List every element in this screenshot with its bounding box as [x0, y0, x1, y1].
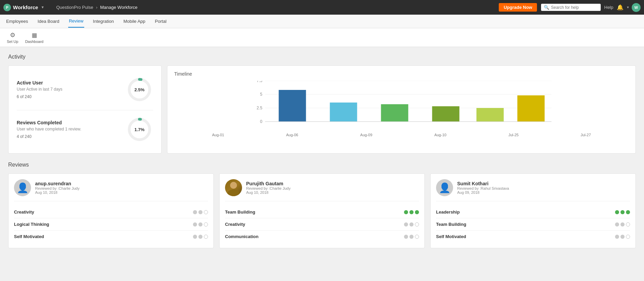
svg-text:2.5: 2.5	[257, 106, 263, 110]
nav-portal[interactable]: Portal	[154, 15, 167, 27]
active-user-subtitle: User Active in last 7 days	[17, 87, 62, 92]
bar-jul27	[518, 95, 545, 122]
breadcrumb-parent[interactable]: QuestionPro Pulse	[56, 5, 93, 10]
brand-chevron-icon[interactable]: ▾	[42, 5, 44, 10]
avatar-silhouette-3: 👤	[439, 182, 451, 193]
review-card-3: 👤 Sumit Kothari Reviewed by :Rahul Sriva…	[430, 173, 636, 248]
chart-x-labels: Aug-01 Aug-06 Aug-09 Aug-10 Jul-25 Jul-2…	[174, 133, 629, 137]
reviewer-name-1: anup.surendran	[35, 181, 79, 186]
nav-review[interactable]: Review	[68, 15, 84, 28]
setup-icon: ⚙	[10, 31, 15, 39]
skill-row-creativity-2: Creativity	[225, 218, 419, 231]
dot-10	[404, 222, 408, 227]
active-user-donut: 2.5%	[126, 76, 153, 103]
dot-7	[193, 235, 197, 239]
reviewer-date-1: Aug 10, 2018	[35, 190, 79, 194]
user-menu-chevron[interactable]: ▾	[627, 5, 629, 10]
dot-g3	[415, 210, 419, 214]
timeline-chart: 7.5 5 2.5 0	[174, 81, 629, 132]
search-input[interactable]	[551, 5, 595, 10]
setup-label: Set Up	[7, 40, 18, 44]
brand[interactable]: P Workforce ▾	[3, 4, 56, 11]
skill-row-communication-2: Communication	[225, 231, 419, 243]
brand-name: Workforce	[13, 4, 38, 10]
skill-name-team-building-2: Team Building	[225, 209, 255, 215]
reviews-completed-title: Reviews Completed	[17, 120, 81, 125]
dot-17	[620, 222, 625, 227]
x-label-aug06: Aug-06	[286, 133, 298, 137]
dot-6	[204, 222, 208, 227]
skill-row-creativity-1: Creativity	[14, 206, 208, 218]
skill-row-leadership-3: Leadership	[436, 206, 630, 218]
search-box: 🔍	[541, 4, 601, 11]
active-user-stat: Active User User Active in last 7 days 6…	[17, 73, 153, 107]
dashboard-icon: ▦	[32, 32, 37, 39]
timeline-card: Timeline 7.5 5 2.5 0	[167, 65, 636, 154]
svg-text:5: 5	[260, 92, 263, 97]
skill-dots-creativity-2	[404, 222, 419, 227]
user-avatar[interactable]: W	[632, 3, 641, 12]
timeline-title: Timeline	[174, 71, 629, 77]
secondary-nav: Employees Idea Board Review Integration …	[0, 15, 644, 28]
nav-idea-board[interactable]: Idea Board	[37, 15, 60, 27]
dot-20	[620, 235, 625, 239]
x-label-jul25: Jul-25	[508, 133, 519, 137]
reviewer-date-3: Aug 09, 2018	[457, 190, 509, 194]
toolbar: ⚙ Set Up ▦ Dashboard	[0, 28, 644, 47]
reviews-completed-info: Reviews Completed User who have complete…	[17, 120, 81, 139]
upgrade-button[interactable]: Upgrade Now	[499, 3, 537, 12]
activity-title: Activity	[8, 54, 636, 60]
toolbar-setup[interactable]: ⚙ Set Up	[7, 31, 18, 44]
bar-aug01	[279, 90, 306, 122]
active-user-info: Active User User Active in last 7 days 6…	[17, 80, 62, 99]
dot-12	[415, 222, 419, 227]
reviewer-header-2: Purujith Gautam Reviewed by :Charlie Jud…	[225, 179, 419, 201]
reviewer-info-2: Purujith Gautam Reviewed by :Charlie Jud…	[246, 181, 290, 194]
skill-name-logical-1: Logical Thinking	[14, 222, 49, 227]
reviewer-by-2: Reviewed by :Charlie Judy	[246, 186, 290, 190]
reviews-title: Reviews	[8, 162, 636, 168]
toolbar-dashboard[interactable]: ▦ Dashboard	[25, 32, 44, 44]
help-text: Help	[604, 5, 613, 10]
bar-aug06	[330, 103, 357, 122]
reviews-section: Reviews 👤 anup.surendran Reviewed by :Ch…	[8, 162, 636, 248]
bar-aug10	[432, 106, 460, 122]
reviews-completed-donut: 1.7%	[126, 116, 153, 143]
skill-name-creativity-1: Creativity	[14, 209, 34, 215]
main-content: Activity Active User User Active in last…	[0, 47, 644, 255]
bell-icon[interactable]: 🔔	[617, 4, 624, 11]
dot-g5	[620, 210, 625, 214]
x-label-aug09: Aug-09	[360, 133, 372, 137]
reviewer-avatar-1: 👤	[14, 179, 31, 196]
active-user-percent: 2.5%	[134, 87, 145, 92]
dashboard-label: Dashboard	[25, 40, 44, 44]
reviewer-by-1: Reviewed by :Charlie Judy	[35, 186, 79, 190]
dot-5	[198, 222, 203, 227]
dot-g4	[615, 210, 619, 214]
activity-row: Active User User Active in last 7 days 6…	[8, 65, 636, 154]
reviewer-name-3: Sumit Kothari	[457, 181, 509, 186]
skill-dots-creativity-1	[193, 210, 208, 214]
reviewer-info-1: anup.surendran Reviewed by :Charlie Judy…	[35, 181, 79, 194]
avatar-silhouette-1: 👤	[17, 182, 29, 193]
reviews-completed-count: 4 of 240	[17, 134, 81, 139]
skill-row-self-motivated-1: Self Motivated	[14, 231, 208, 243]
skill-dots-team-building-3	[615, 222, 630, 227]
reviewer-date-2: Aug 10, 2018	[246, 190, 290, 194]
reviewer-name-2: Purujith Gautam	[246, 181, 290, 186]
breadcrumb-separator: ›	[96, 5, 97, 10]
nav-employees[interactable]: Employees	[5, 15, 29, 27]
reviewer-by-3: Reviewed by :Rahul Srivastava	[457, 186, 509, 190]
reviews-completed-subtitle: User who have completed 1 review.	[17, 127, 81, 131]
dot-14	[409, 235, 414, 239]
svg-text:7.5: 7.5	[257, 81, 263, 83]
skill-name-communication-2: Communication	[225, 234, 258, 239]
reviews-completed-percent: 1.7%	[134, 127, 145, 132]
nav-integration[interactable]: Integration	[92, 15, 115, 27]
skill-row-logical-1: Logical Thinking	[14, 218, 208, 231]
x-label-aug01: Aug-01	[212, 133, 224, 137]
stats-card: Active User User Active in last 7 days 6…	[8, 65, 162, 154]
dot-4	[193, 222, 197, 227]
nav-mobile-app[interactable]: Mobile App	[123, 15, 146, 27]
bar-jul25	[477, 108, 504, 122]
